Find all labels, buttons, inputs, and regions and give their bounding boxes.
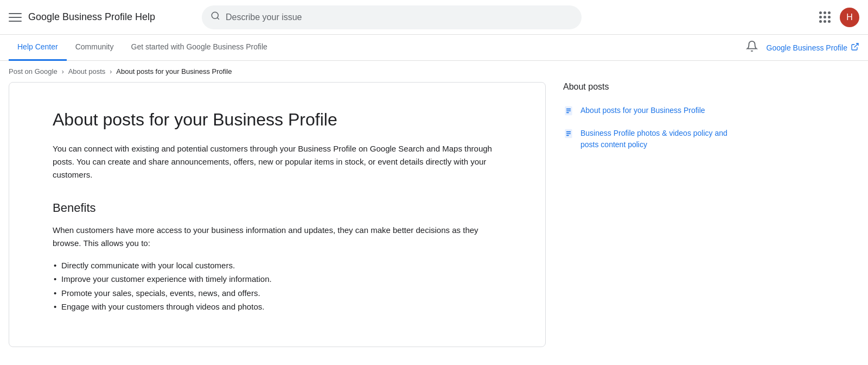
svg-line-2 (854, 43, 858, 47)
article-title: About posts for your Business Profile (53, 109, 502, 131)
breadcrumb: Post on Google › About posts › About pos… (0, 61, 868, 82)
sidebar-item-0[interactable]: About posts for your Business Profile (563, 100, 737, 123)
sidebar-item-text-1: Business Profile photos & videos policy … (580, 128, 737, 150)
bell-icon[interactable] (746, 40, 758, 55)
tab-get-started[interactable]: Get started with Google Business Profile (123, 35, 276, 61)
breadcrumb-sep-0: › (62, 68, 64, 75)
svg-rect-5 (566, 110, 571, 111)
bullet-list: Directly communicate with your local cus… (53, 259, 502, 314)
tab-help-center[interactable]: Help Center (9, 35, 67, 61)
list-item-2: Promote your sales, specials, events, ne… (53, 286, 502, 300)
benefits-title: Benefits (53, 201, 502, 215)
list-item-1: Improve your customer experience with ti… (53, 272, 502, 286)
search-input[interactable] (226, 12, 573, 22)
header-right: H (814, 7, 859, 28)
svg-rect-4 (566, 109, 571, 110)
external-link-icon (851, 42, 859, 53)
svg-rect-8 (566, 131, 571, 133)
avatar[interactable]: H (840, 8, 859, 27)
list-item-0: Directly communicate with your local cus… (53, 259, 502, 273)
svg-line-1 (217, 17, 219, 19)
svg-rect-9 (566, 133, 571, 134)
list-item-3: Engage with your customers through video… (53, 300, 502, 314)
google-apps-icon[interactable] (814, 7, 835, 28)
gbp-link[interactable]: Google Business Profile (767, 42, 859, 53)
article-intro: You can connect with existing and potent… (53, 142, 502, 181)
svg-rect-10 (566, 135, 569, 136)
breadcrumb-item-0[interactable]: Post on Google (9, 67, 58, 75)
header-left: Google Business Profile Help (9, 11, 193, 24)
header: Google Business Profile Help H (0, 0, 868, 35)
svg-rect-6 (566, 112, 569, 114)
search-bar[interactable] (202, 5, 582, 29)
nav-tabs: Help Center Community Get started with G… (0, 35, 868, 61)
doc-icon-0 (563, 105, 574, 119)
svg-point-0 (212, 12, 218, 18)
tab-community[interactable]: Community (67, 35, 123, 61)
main-layout: About posts for your Business Profile Yo… (0, 82, 760, 347)
sidebar: About posts About posts for your Busines… (563, 82, 737, 347)
site-title: Google Business Profile Help (28, 11, 155, 23)
grid-dots (819, 11, 831, 23)
breadcrumb-sep-1: › (110, 68, 112, 75)
breadcrumb-current: About posts for your Business Profile (116, 67, 232, 75)
breadcrumb-item-1[interactable]: About posts (68, 67, 106, 75)
search-icon (210, 11, 220, 23)
sidebar-title: About posts (563, 82, 737, 92)
menu-icon[interactable] (9, 11, 22, 24)
article-wrap: About posts for your Business Profile Yo… (9, 82, 546, 347)
article-card: About posts for your Business Profile Yo… (9, 82, 546, 347)
gbp-link-text: Google Business Profile (767, 43, 847, 52)
sidebar-item-text-0: About posts for your Business Profile (580, 105, 705, 116)
doc-icon-1 (563, 128, 574, 142)
sidebar-item-1[interactable]: Business Profile photos & videos policy … (563, 123, 737, 155)
nav-right: Google Business Profile (746, 40, 859, 55)
benefits-intro: When customers have more access to your … (53, 224, 502, 250)
